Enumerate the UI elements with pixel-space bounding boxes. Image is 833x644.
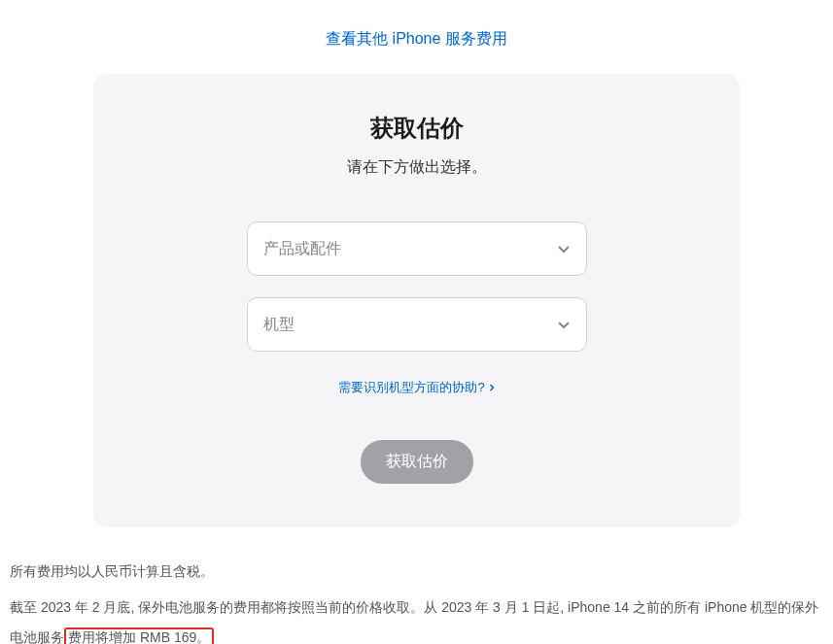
card-subtitle: 请在下方做出选择。 — [142, 157, 691, 178]
card-title: 获取估价 — [142, 113, 691, 144]
model-select[interactable]: 机型 — [247, 297, 587, 352]
get-estimate-button[interactable]: 获取估价 — [361, 440, 473, 484]
estimate-card: 获取估价 请在下方做出选择。 产品或配件 机型 需要识别机型方面的协助? 获取估… — [93, 74, 740, 527]
fees-note: 所有费用均以人民币计算且含税。 — [10, 557, 823, 587]
chevron-right-icon — [489, 383, 495, 392]
help-link-label: 需要识别机型方面的协助? — [338, 379, 484, 396]
identify-model-help-link[interactable]: 需要识别机型方面的协助? — [338, 379, 494, 396]
product-select[interactable]: 产品或配件 — [247, 221, 587, 276]
price-increase-highlight: 费用将增加 RMB 169。 — [64, 627, 214, 644]
chevron-down-icon — [557, 318, 571, 331]
model-select-placeholder: 机型 — [263, 315, 295, 335]
price-change-note: 截至 2023 年 2 月底, 保外电池服务的费用都将按照当前的价格收取。从 2… — [10, 593, 823, 644]
product-select-placeholder: 产品或配件 — [263, 239, 341, 259]
footer-notes: 所有费用均以人民币计算且含税。 截至 2023 年 2 月底, 保外电池服务的费… — [0, 547, 833, 644]
other-iphone-service-link[interactable]: 查看其他 iPhone 服务费用 — [326, 30, 507, 47]
chevron-down-icon — [557, 242, 571, 255]
